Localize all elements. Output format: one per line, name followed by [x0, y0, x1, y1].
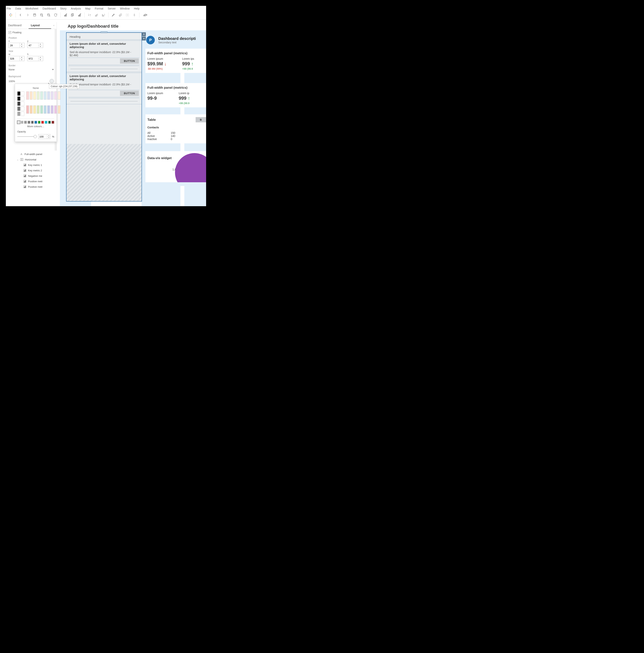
tree-item[interactable]: Positive metr: [11, 184, 56, 190]
pause-datasource-icon[interactable]: [46, 13, 52, 18]
colour-swatch[interactable]: [58, 91, 60, 100]
forward-icon[interactable]: [25, 13, 30, 18]
colour-swatch[interactable]: [17, 96, 20, 101]
colour-swatch[interactable]: [34, 121, 37, 124]
colour-swatch[interactable]: [21, 121, 24, 124]
tab-dashboard[interactable]: Dashboard: [6, 22, 29, 29]
colour-swatch[interactable]: [21, 112, 24, 116]
tab-layout[interactable]: Layout: [29, 22, 51, 29]
highlight-icon[interactable]: [110, 13, 116, 18]
chevron-down-icon[interactable]: ▾: [142, 37, 146, 41]
colour-none[interactable]: None: [17, 87, 54, 90]
colour-swatch[interactable]: [30, 91, 32, 100]
colour-swatch[interactable]: [21, 106, 24, 111]
more-colours[interactable]: More colours…: [17, 125, 54, 128]
colour-swatch[interactable]: [54, 105, 57, 114]
tree-item[interactable]: ⌄ Horizontal: [11, 157, 56, 162]
clear-sheet-icon[interactable]: [77, 13, 82, 18]
sort-desc-icon[interactable]: [101, 13, 106, 18]
close-icon[interactable]: ✕: [142, 32, 146, 36]
colour-swatch[interactable]: [21, 101, 24, 106]
colour-swatch[interactable]: [47, 91, 50, 100]
tree-item[interactable]: Positive metr: [11, 178, 56, 184]
menu-format[interactable]: Format: [95, 7, 103, 10]
menu-worksheet[interactable]: Worksheet: [25, 7, 38, 10]
colour-swatch[interactable]: [48, 121, 51, 124]
colour-swatch[interactable]: [47, 105, 50, 114]
colour-swatch[interactable]: [26, 91, 29, 100]
pin-icon[interactable]: [131, 13, 137, 18]
empty-drop-zone[interactable]: [67, 144, 142, 201]
save-icon[interactable]: [32, 13, 38, 18]
card-button[interactable]: BUTTON: [120, 58, 139, 64]
menu-analysis[interactable]: Analysis: [71, 7, 81, 10]
border-dropdown[interactable]: None: [8, 67, 54, 72]
menu-file[interactable]: File: [7, 7, 11, 10]
show-me-icon[interactable]: [141, 13, 149, 18]
opacity-slider[interactable]: [17, 135, 37, 138]
back-icon[interactable]: [18, 13, 24, 18]
colour-swatch[interactable]: [44, 105, 47, 114]
menu-map[interactable]: Map: [85, 7, 91, 10]
card-button[interactable]: BUTTON: [120, 91, 139, 96]
menu-help[interactable]: Help: [134, 7, 140, 10]
refresh-icon[interactable]: [53, 13, 58, 18]
colour-swatch[interactable]: [28, 121, 30, 124]
colour-swatch[interactable]: [30, 105, 32, 114]
colour-swatch[interactable]: [51, 105, 53, 114]
menu-dashboard[interactable]: Dashboard: [43, 7, 56, 10]
colour-swatch[interactable]: [33, 105, 36, 114]
colour-swatch[interactable]: [41, 121, 44, 124]
collapse-panel-icon[interactable]: ‹: [51, 22, 56, 29]
colour-swatch[interactable]: [21, 91, 24, 96]
drag-handle-icon[interactable]: [101, 31, 107, 33]
colour-swatch[interactable]: [38, 121, 41, 124]
w-input[interactable]: ▲▼: [8, 56, 25, 61]
colour-swatch[interactable]: [45, 121, 47, 124]
y-input[interactable]: ▲▼: [27, 43, 43, 48]
colour-swatch[interactable]: [54, 91, 57, 100]
sort-asc-icon[interactable]: [94, 13, 99, 18]
colour-swatch[interactable]: [21, 96, 24, 101]
colour-swatch[interactable]: [44, 91, 47, 100]
floating-container[interactable]: ✕ ▾ Heading Lorem ipsum dolor sit amet, …: [66, 32, 142, 201]
colour-swatch[interactable]: [24, 121, 27, 124]
colour-swatch[interactable]: [33, 91, 36, 100]
colour-swatch[interactable]: [37, 91, 40, 100]
background-swatch[interactable]: [50, 79, 54, 83]
colour-swatch[interactable]: [17, 91, 20, 96]
colour-swatch[interactable]: [17, 106, 20, 111]
duplicate-sheet-icon[interactable]: [70, 13, 75, 18]
menu-window[interactable]: Window: [120, 7, 130, 10]
floating-checkbox[interactable]: [8, 31, 11, 34]
menu-data[interactable]: Data: [15, 7, 21, 10]
swap-icon[interactable]: [86, 13, 92, 18]
text-annotate-icon[interactable]: T: [124, 13, 130, 18]
tree-item[interactable]: Negative me: [11, 173, 56, 178]
colour-swatch[interactable]: [40, 105, 43, 114]
colour-swatch[interactable]: [40, 91, 43, 100]
opacity-input[interactable]: ▲▼: [38, 134, 50, 139]
tree-item[interactable]: A Full-width panel: [11, 151, 56, 157]
menu-story[interactable]: Story: [60, 7, 67, 10]
colour-swatch[interactable]: [17, 112, 20, 116]
attachment-icon[interactable]: [118, 13, 123, 18]
table-button[interactable]: B: [196, 117, 206, 122]
tree-item[interactable]: Key metric 2: [11, 168, 56, 173]
x-input[interactable]: ▲▼: [8, 43, 25, 48]
colour-swatch[interactable]: [26, 105, 29, 114]
colour-swatch[interactable]: [31, 121, 34, 124]
colour-swatch[interactable]: [58, 105, 60, 114]
colour-swatch[interactable]: [51, 91, 53, 100]
tree-item[interactable]: Key metric 1: [11, 162, 56, 168]
chevron-down-icon[interactable]: ⌄: [17, 159, 19, 161]
colour-swatch[interactable]: [17, 121, 20, 124]
new-worksheet-icon[interactable]: [63, 13, 69, 18]
new-datasource-icon[interactable]: [39, 13, 45, 18]
colour-swatch[interactable]: [17, 101, 20, 106]
menu-server[interactable]: Server: [108, 7, 116, 10]
tableau-logo-icon[interactable]: [8, 13, 14, 18]
h-input[interactable]: ▲▼: [27, 56, 43, 61]
colour-swatch[interactable]: [37, 105, 40, 114]
colour-swatch[interactable]: [52, 121, 54, 124]
